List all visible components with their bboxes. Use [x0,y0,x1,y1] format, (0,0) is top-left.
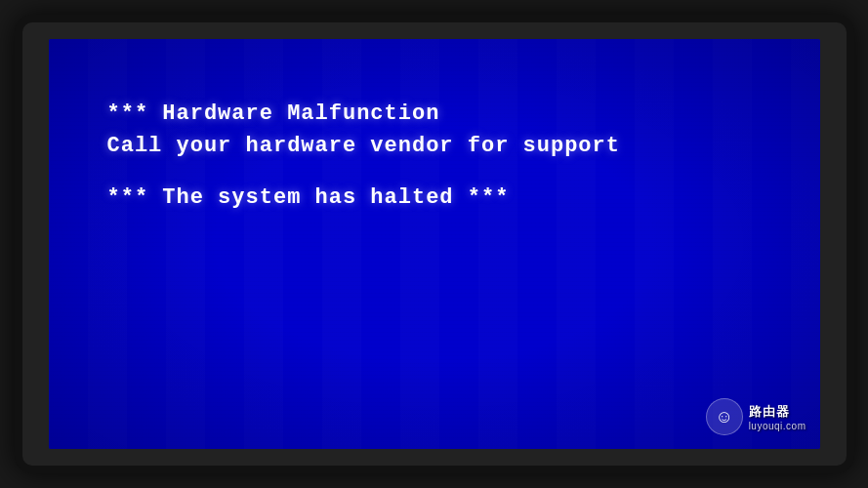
watermark-text: 路由器 luyouqi.com [749,403,806,431]
bsod-line-2: Call your hardware vendor for support [107,130,762,162]
bsod-content: *** Hardware Malfunction Call your hardw… [107,98,762,214]
watermark-english: luyouqi.com [749,421,806,431]
bsod-line-3: *** The system has halted *** [107,182,762,214]
watermark-icon: ☺ [715,407,732,427]
bsod-line-1: *** Hardware Malfunction [107,98,762,130]
watermark: ☺ 路由器 luyouqi.com [706,398,806,435]
bsod-screen: *** Hardware Malfunction Call your hardw… [49,39,820,449]
photo-frame: *** Hardware Malfunction Call your hardw… [15,15,854,473]
watermark-chinese: 路由器 [749,403,790,421]
watermark-icon-circle: ☺ [706,398,743,435]
